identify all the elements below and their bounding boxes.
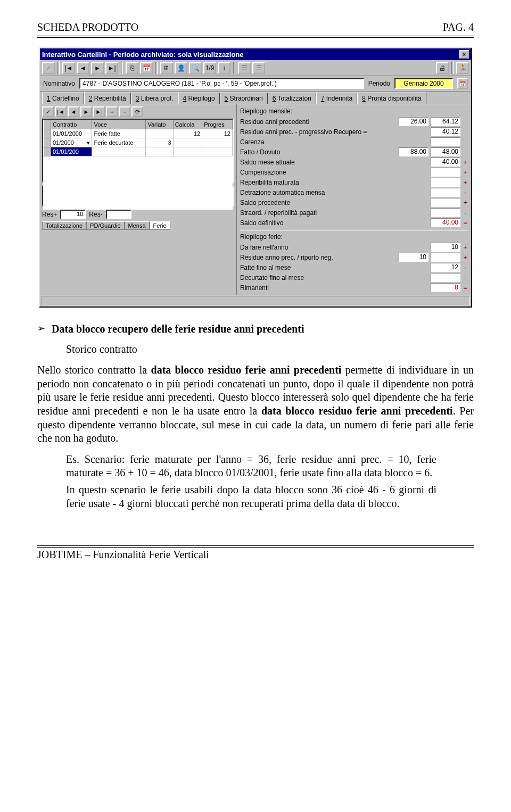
person-icon[interactable]: 👤 [175, 62, 187, 74]
grid1-header[interactable]: Contratto [51, 120, 92, 129]
summary-sign: - [463, 264, 468, 271]
grid1-cell[interactable] [173, 147, 202, 156]
status-cell [41, 296, 470, 305]
grid1-cell[interactable] [92, 147, 146, 156]
grid1-cell[interactable]: Ferie fatte [92, 129, 146, 138]
grid-refresh-icon[interactable]: ⟳ [131, 106, 143, 117]
tab-riepilogo[interactable]: 4 Riepilogo [178, 93, 220, 104]
bullet-icon: ➢ [37, 322, 45, 336]
copy-icon[interactable]: ⎘ [126, 62, 138, 74]
summary-value-2 [431, 273, 460, 282]
summary-value-1: 26.00 [399, 117, 428, 126]
summary-row: Carenza [240, 137, 468, 147]
grid1-cell[interactable]: 12 [173, 129, 202, 138]
sort2-icon[interactable]: ☰ [252, 62, 265, 74]
confirm-icon[interactable]: ✓ [42, 62, 55, 74]
summary-label: Compensazione [240, 169, 397, 176]
summary-label: Reperibilità maturata [240, 179, 397, 186]
grid1-cell[interactable] [202, 147, 233, 156]
grid-voci[interactable]: ContrattoVoceVariatoCalcolaProgres01/01/… [42, 119, 234, 183]
grid-add-icon[interactable]: ＋ [106, 106, 118, 117]
sheet-tab-mensa[interactable]: Mensa [125, 221, 150, 230]
grid-last-icon[interactable]: ►| [93, 106, 105, 117]
periodo-picker-icon[interactable]: 📅 [457, 78, 468, 89]
summary-sign: - [463, 274, 468, 281]
example-scenario-2: In questo scenario le ferie usabili dopo… [66, 483, 436, 510]
tab-pronta-disponibilit-[interactable]: 8 Pronta disponibilità [357, 93, 426, 104]
summary-row: Saldo precedente+ [240, 197, 468, 208]
grid1-cell[interactable] [202, 138, 233, 147]
grid-next-icon[interactable]: ► [80, 106, 92, 117]
sheet-tab-pd-guardie[interactable]: PD/Guardie [86, 221, 124, 230]
grid1-cell[interactable]: Ferie decurtate [92, 138, 146, 147]
print-icon[interactable]: 🖨 [436, 62, 449, 74]
first-record-icon[interactable]: |◄ [62, 62, 75, 74]
summary-value-2: 8 [431, 283, 460, 292]
grid1-cell[interactable]: 12 [202, 129, 233, 138]
grid1-cell[interactable] [173, 138, 202, 147]
para-text: Nello storico contratto la [37, 364, 151, 376]
summary-label: Residue anno prec. / riporto neg. [240, 254, 397, 261]
summary-value-2: 10 [431, 243, 460, 252]
nominativo-field[interactable]: 4787 - D'AGOSTINO CALOGERO (181 - 'P.o. … [79, 78, 364, 89]
grid1-cell[interactable]: 01/01/200 [51, 147, 92, 156]
exit-icon[interactable]: 🏃 [456, 62, 469, 74]
nominativo-label: Nominativo [43, 80, 75, 87]
close-button[interactable]: × [459, 50, 469, 59]
grid-prev-icon[interactable]: ◄ [68, 106, 79, 117]
grid-remove-icon[interactable]: － [119, 106, 130, 117]
riepilogo-mensile-title: Riepilogo mensile: [240, 107, 468, 115]
updown-icon[interactable]: ↕ [218, 62, 230, 74]
grid1-cell[interactable] [146, 129, 173, 138]
tab-libera-prof-[interactable]: 3 Libera prof. [131, 93, 178, 104]
grid-confirm-icon[interactable]: ✓ [42, 106, 54, 117]
header-right: PAG. 4 [443, 21, 474, 34]
periodo-field[interactable]: Gennaio 2000 [394, 78, 453, 89]
document-icon[interactable]: 🗎 [160, 62, 173, 74]
summary-value-2 [431, 168, 460, 177]
footer-rule-2 [37, 547, 474, 548]
grid1-cell[interactable]: 01/2000 ▾ [51, 138, 92, 147]
summary-sign: = [463, 219, 468, 227]
tab-reperibilit-[interactable]: 2 Reperibilità [84, 93, 131, 104]
sheet-tab-ferie[interactable]: Ferie [150, 221, 170, 230]
prev-record-icon[interactable]: ◄ [77, 62, 89, 74]
search-icon[interactable]: 🔍 [189, 62, 202, 74]
grid-first-icon[interactable]: |◄ [55, 106, 67, 117]
titlebar: Interattivo Cartellini - Periodo archivi… [40, 48, 471, 60]
summary-sign: + [463, 179, 468, 186]
resminus-input[interactable] [106, 210, 131, 219]
last-record-icon[interactable]: ►| [105, 62, 118, 74]
next-record-icon[interactable]: ► [91, 62, 104, 74]
tab-totalizzatori[interactable]: 6 Totalizzatori [268, 93, 316, 104]
grid1-cell[interactable]: 01/01/2000 [51, 129, 92, 138]
summary-label: Straord. / reperibilità pagati [240, 209, 397, 217]
summary-value-2: 40.00 [431, 218, 460, 227]
toolbar-separator [155, 62, 158, 74]
tab-straordinari[interactable]: 5 Straordinari [220, 93, 268, 104]
para-bold-1: data blocco residuo ferie anni precedent… [151, 364, 342, 376]
grid1-cell[interactable] [146, 147, 173, 156]
app-window: Interattivo Cartellini - Periodo archivi… [39, 47, 472, 308]
summary-sign: + [463, 199, 468, 206]
numbering-icon[interactable]: 1/9 [203, 62, 216, 74]
grid1-cell[interactable]: 3 [146, 138, 173, 147]
grid1-header[interactable]: Variato [146, 120, 173, 129]
grid1-header[interactable]: Progres [202, 120, 233, 129]
summary-row: Rimanenti8= [240, 283, 468, 293]
grid1-header[interactable]: Calcola [173, 120, 202, 129]
resminus-label: Res- [89, 211, 102, 218]
summary-label: Da fare nell'anno [240, 244, 397, 251]
summary-value-1: 88.00 [399, 147, 428, 156]
tab-indennit-[interactable]: 7 Indennità [316, 93, 357, 104]
summary-row: Detrazione automatica mensa- [240, 187, 468, 197]
grid1-header[interactable]: Voce [92, 120, 146, 129]
header-rule-2 [37, 37, 474, 38]
resplus-input[interactable]: 10 [60, 210, 86, 219]
tab-cartellino[interactable]: 1 Cartellino [42, 93, 84, 104]
summary-label: Fatto / Dovuto [240, 148, 397, 156]
nominativo-row: Nominativo 4787 - D'AGOSTINO CALOGERO (1… [40, 76, 471, 92]
sort-icon[interactable]: ☰ [238, 62, 251, 74]
sheet-tab-totalizzazione[interactable]: Totalizzazione [42, 221, 86, 230]
calendar-icon[interactable]: 📅 [140, 62, 153, 74]
